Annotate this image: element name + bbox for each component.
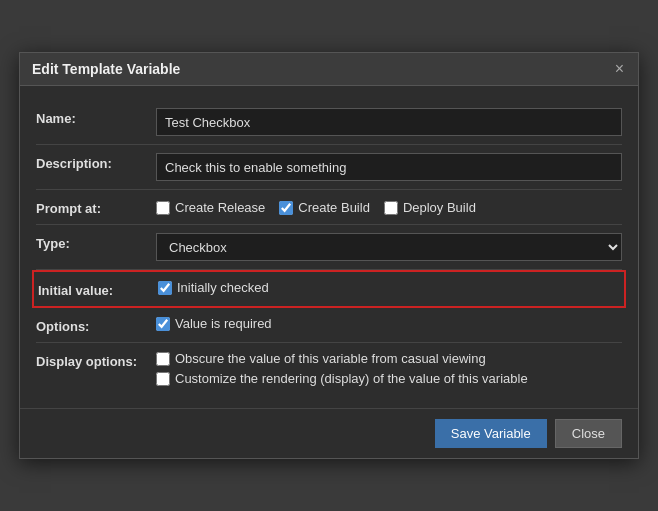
description-input[interactable] [156,153,622,181]
dialog-title: Edit Template Variable [32,61,180,77]
display-options-list: Obscure the value of this variable from … [156,351,622,386]
obscure-label[interactable]: Obscure the value of this variable from … [156,351,622,366]
description-control [156,153,622,181]
initially-checked-text: Initially checked [177,280,269,295]
options-row: Options: Value is required [36,308,622,343]
prompt-label: Prompt at: [36,198,156,216]
dialog-body: Name: Description: Prompt at: Create Rel… [20,86,638,408]
value-required-text: Value is required [175,316,272,331]
description-row: Description: [36,145,622,190]
prompt-deploy-build[interactable]: Deploy Build [384,200,476,215]
prompt-create-release[interactable]: Create Release [156,200,265,215]
save-variable-button[interactable]: Save Variable [435,419,547,448]
initial-value-control: Initially checked [158,280,620,295]
prompt-create-release-label: Create Release [175,200,265,215]
customize-rendering-checkbox[interactable] [156,372,170,386]
dialog-footer: Save Variable Close [20,408,638,458]
close-button[interactable]: Close [555,419,622,448]
initially-checked-checkbox[interactable] [158,281,172,295]
type-select[interactable]: Checkbox Text Password List [156,233,622,261]
prompt-create-build-checkbox[interactable] [279,201,293,215]
display-options-label: Display options: [36,351,156,369]
prompt-deploy-build-label: Deploy Build [403,200,476,215]
value-required-label[interactable]: Value is required [156,316,622,331]
name-label: Name: [36,108,156,126]
dialog-close-button[interactable]: × [613,61,626,77]
name-control [156,108,622,136]
customize-rendering-text: Customize the rendering (display) of the… [175,371,528,386]
prompt-create-build-label: Create Build [298,200,370,215]
prompt-row: Prompt at: Create Release Create Build D… [36,190,622,225]
display-options-control: Obscure the value of this variable from … [156,351,622,386]
customize-rendering-label[interactable]: Customize the rendering (display) of the… [156,371,622,386]
initial-value-row: Initial value: Initially checked [32,270,626,308]
value-required-checkbox[interactable] [156,317,170,331]
prompt-create-release-checkbox[interactable] [156,201,170,215]
type-control: Checkbox Text Password List [156,233,622,261]
options-label: Options: [36,316,156,334]
type-row: Type: Checkbox Text Password List [36,225,622,270]
description-label: Description: [36,153,156,171]
initially-checked-label[interactable]: Initially checked [158,280,620,295]
name-row: Name: [36,100,622,145]
dialog-titlebar: Edit Template Variable × [20,53,638,86]
obscure-text: Obscure the value of this variable from … [175,351,486,366]
initial-value-label: Initial value: [38,280,158,298]
prompt-deploy-build-checkbox[interactable] [384,201,398,215]
type-label: Type: [36,233,156,251]
name-input[interactable] [156,108,622,136]
obscure-checkbox[interactable] [156,352,170,366]
prompt-options: Create Release Create Build Deploy Build [156,198,622,215]
options-list: Value is required [156,316,622,331]
display-options-row: Display options: Obscure the value of th… [36,343,622,394]
prompt-create-build[interactable]: Create Build [279,200,370,215]
prompt-control: Create Release Create Build Deploy Build [156,198,622,215]
edit-template-variable-dialog: Edit Template Variable × Name: Descripti… [19,52,639,459]
options-control: Value is required [156,316,622,331]
